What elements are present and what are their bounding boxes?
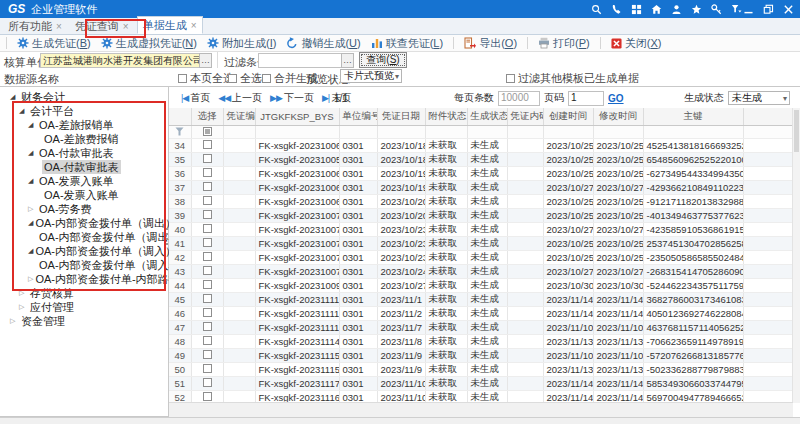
table-row[interactable]: 48FK-xsgkf-20231114603012023/11/8未获取未生成2… — [169, 335, 793, 349]
tree-expanded-icon[interactable]: ◢ — [28, 146, 37, 160]
table-row[interactable]: 37FK-xsgkf-20231006803012023/10/19未获取未生成… — [169, 181, 793, 195]
tree-expanded-icon[interactable]: ◢ — [28, 174, 37, 188]
tab-document-generation[interactable]: 单据生成 × — [137, 16, 203, 34]
next-page-button[interactable]: ▶▶下一页 — [270, 91, 314, 105]
restore-icon[interactable] — [763, 4, 774, 15]
column-header[interactable]: 凭证内码 — [507, 108, 543, 126]
phone-icon[interactable] — [611, 4, 622, 15]
row-select-checkbox[interactable] — [203, 140, 212, 149]
tab-voucher-query[interactable]: 凭证查询 × — [70, 18, 134, 34]
user-icon[interactable] — [671, 4, 682, 15]
table-row[interactable]: 49FK-xsgkf-20231115303012023/11/9未获取未生成2… — [169, 349, 793, 363]
tree-item[interactable]: ◢OA-内部资金拨付单（调入） — [0, 244, 168, 258]
row-select-checkbox[interactable] — [203, 322, 212, 331]
filter-icon[interactable] — [731, 4, 742, 15]
generate-status-select[interactable]: 未生成▾ — [728, 91, 790, 105]
tree-item[interactable]: ▷OA-劳务费 — [0, 202, 168, 216]
vertical-scrollbar[interactable] — [792, 108, 800, 403]
column-header[interactable]: 生成状态 — [467, 108, 507, 126]
row-select-checkbox[interactable] — [203, 392, 212, 401]
first-page-button[interactable]: |◀首页 — [181, 91, 210, 105]
query-button[interactable]: 查询(S) — [359, 52, 407, 68]
key-icon[interactable] — [711, 4, 722, 15]
row-select-checkbox[interactable] — [203, 364, 212, 373]
tree-item[interactable]: OA-发票入账单 — [0, 188, 168, 202]
column-header[interactable]: 主键 — [643, 108, 743, 126]
accounting-unit-browse-button[interactable]: … — [199, 53, 212, 68]
tree-item[interactable]: OA-付款审批表 — [0, 160, 168, 174]
minimize-icon[interactable] — [743, 4, 754, 15]
select-all-rows-checkbox[interactable] — [203, 127, 212, 136]
go-button[interactable]: GO — [608, 93, 624, 104]
additional-generate-button[interactable]: 附加生成(I) — [207, 36, 276, 51]
column-header[interactable]: 单位编号 — [339, 108, 377, 126]
generate-voucher-button[interactable]: 生成凭证(B) — [17, 36, 91, 51]
home-icon[interactable] — [651, 4, 662, 15]
table-row[interactable]: 34FK-xsgkf-20231006203012023/10/18未获取未生成… — [169, 139, 793, 153]
column-header[interactable]: 凭证编号 — [223, 108, 255, 126]
tree-collapsed-icon[interactable]: ▷ — [28, 202, 37, 216]
table-row[interactable]: 51FK-xsgkf-20231117003012023/11/10未获取未生成… — [169, 377, 793, 391]
tree-item[interactable]: ▷资金管理 — [0, 314, 168, 328]
star-icon[interactable] — [691, 4, 702, 15]
filter-browse-button[interactable]: … — [341, 53, 354, 68]
tree-item[interactable]: ◢OA-内部资金拨付单（调出） — [0, 216, 168, 230]
tree-item[interactable]: ◢财务会计 — [0, 90, 168, 104]
export-button[interactable]: 导出(O) — [464, 36, 517, 51]
close-tab-button[interactable]: 关闭(X) — [611, 36, 662, 51]
row-select-checkbox[interactable] — [203, 336, 212, 345]
tree-collapsed-icon[interactable]: ▷ — [19, 300, 28, 314]
tab-close-icon[interactable]: × — [56, 21, 62, 32]
accounting-unit-input[interactable]: 江苏盐城港响水港开发集团有限公司 — [40, 53, 204, 68]
close-icon[interactable] — [783, 4, 794, 15]
row-select-checkbox[interactable] — [203, 350, 212, 359]
linked-voucher-button[interactable]: 联查凭证(L) — [371, 36, 443, 51]
tree-collapsed-icon[interactable]: ▷ — [19, 286, 28, 300]
column-header[interactable]: 选择 — [191, 108, 223, 126]
table-row[interactable]: 43FK-xsgkf-20231007503012023/10/24未获取未生成… — [169, 265, 793, 279]
tab-close-icon[interactable]: × — [123, 21, 129, 32]
row-select-checkbox[interactable] — [203, 238, 212, 247]
horizontal-scrollbar[interactable] — [169, 402, 793, 417]
tree-collapsed-icon[interactable]: ▷ — [10, 314, 19, 328]
generate-virtual-voucher-button[interactable]: 生成虚拟凭证(N) — [101, 36, 197, 51]
row-select-checkbox[interactable] — [203, 294, 212, 303]
tree-item[interactable]: OA-内部资金拨付单（调入单位凭证） — [0, 258, 168, 272]
table-row[interactable]: 35FK-xsgkf-20231005603012023/10/18未获取未生成… — [169, 153, 793, 167]
table-row[interactable]: 45FK-xsgkf-20231111003012023/11/1未获取未生成2… — [169, 293, 793, 307]
column-header[interactable]: 附件状态 — [425, 108, 467, 126]
tree-item[interactable]: ▷应付管理 — [0, 300, 168, 314]
column-header[interactable]: 凭证日期 — [377, 108, 425, 126]
search-icon[interactable] — [591, 4, 602, 15]
tree-item[interactable]: OA-差旅费报销 — [0, 132, 168, 146]
select-page-checkbox[interactable] — [178, 74, 187, 83]
table-row[interactable]: 40FK-xsgkf-20231007103012023/10/23未获取未生成… — [169, 223, 793, 237]
table-row[interactable]: 44FK-xsgkf-20231009303012023/10/27未获取未生成… — [169, 279, 793, 293]
tree-item[interactable]: OA-内部资金拨付单（调出单位凭证） — [0, 230, 168, 244]
row-select-checkbox[interactable] — [203, 378, 212, 387]
table-row[interactable]: 50FK-xsgkf-20231115203012023/11/9未获取未生成2… — [169, 363, 793, 377]
tree-expanded-icon[interactable]: ◢ — [10, 90, 19, 104]
table-row[interactable]: 38FK-xsgkf-20231006903012023/10/20未获取未生成… — [169, 195, 793, 209]
row-select-checkbox[interactable] — [203, 154, 212, 163]
table-row[interactable]: 41FK-xsgkf-20231007303012023/10/23未获取未生成… — [169, 237, 793, 251]
row-select-checkbox[interactable] — [203, 280, 212, 289]
column-header[interactable]: JTGKFKSP_BYS — [255, 108, 339, 126]
tree-expanded-icon[interactable]: ◢ — [28, 118, 37, 132]
row-select-checkbox[interactable] — [203, 224, 212, 233]
per-page-input[interactable]: 10000 — [498, 91, 540, 106]
tree-item[interactable]: ◢OA-差旅报销单 — [0, 118, 168, 132]
column-header[interactable]: 创建时间 — [543, 108, 593, 126]
prev-page-button[interactable]: ◀◀上一页 — [218, 91, 262, 105]
tab-all-functions[interactable]: 所有功能 × — [3, 18, 67, 34]
tree-expanded-icon[interactable]: ◢ — [19, 104, 28, 118]
undo-generate-button[interactable]: 撤销生成(U) — [286, 36, 360, 51]
row-select-checkbox[interactable] — [203, 266, 212, 275]
row-select-checkbox[interactable] — [203, 308, 212, 317]
filter-condition-input[interactable] — [258, 53, 342, 68]
table-row[interactable]: 47FK-xsgkf-20231111903012023/11/7未获取未生成2… — [169, 321, 793, 335]
page-number-input[interactable]: 1 — [568, 91, 604, 106]
tab-close-icon[interactable]: × — [191, 20, 197, 31]
table-row[interactable]: 46FK-xsgkf-20231111503012023/11/2未获取未生成2… — [169, 307, 793, 321]
apps-grid-icon[interactable] — [631, 4, 642, 15]
